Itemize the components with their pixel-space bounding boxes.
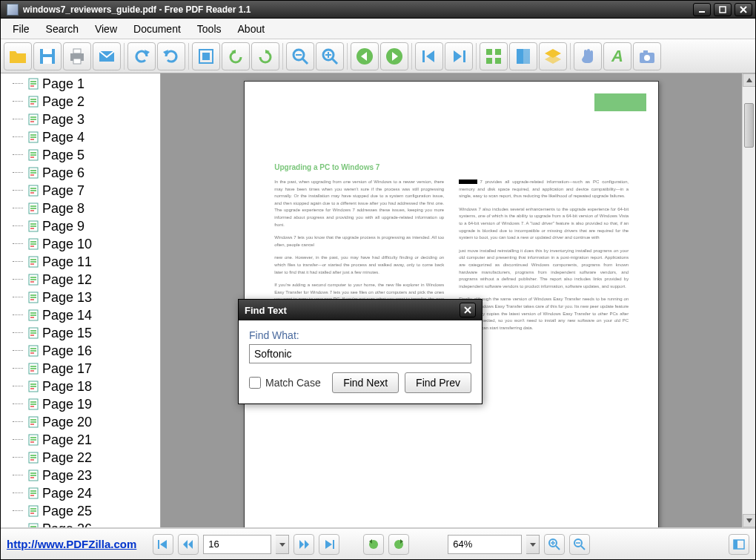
page-list-item[interactable]: Page 10 <box>1 235 160 253</box>
page-list-item[interactable]: Page 24 <box>1 484 160 502</box>
toggle-sidebar-button[interactable] <box>729 534 749 555</box>
page-list-item[interactable]: Page 4 <box>1 128 160 146</box>
page-list-item[interactable]: Page 7 <box>1 182 160 200</box>
page-list-item[interactable]: Page 13 <box>1 289 160 306</box>
vertical-scrollbar[interactable] <box>742 73 755 527</box>
last-button[interactable] <box>445 42 473 70</box>
next-page-button[interactable] <box>294 534 314 555</box>
page-list-item[interactable]: Page 18 <box>1 378 160 395</box>
zoom-in-button[interactable] <box>316 42 344 70</box>
page-list-item[interactable]: Page 5 <box>1 146 160 164</box>
page-number-input[interactable] <box>203 535 271 554</box>
page-list-item[interactable]: Page 14 <box>1 306 160 324</box>
fit-page-button[interactable] <box>192 42 220 70</box>
zoom-out-button[interactable] <box>286 42 314 70</box>
menu-file[interactable]: File <box>5 20 37 38</box>
menu-about[interactable]: About <box>231 20 273 38</box>
svg-rect-5 <box>43 49 52 54</box>
page-list-item[interactable]: Page 3 <box>1 111 160 128</box>
close-button[interactable] <box>735 3 752 16</box>
svg-rect-33 <box>495 58 501 64</box>
page-list-item[interactable]: Page 9 <box>1 217 160 235</box>
email-button[interactable] <box>93 42 121 70</box>
next-button[interactable] <box>380 42 408 70</box>
prev-page-button[interactable] <box>178 534 199 555</box>
undo-button[interactable] <box>127 42 156 70</box>
svg-rect-95 <box>30 312 36 314</box>
page-icon <box>27 398 39 410</box>
svg-rect-123 <box>30 437 36 438</box>
page-item-label: Page 26 <box>42 521 92 527</box>
svg-rect-83 <box>30 259 36 260</box>
page-list-item[interactable]: Page 15 <box>1 324 160 342</box>
layers-button[interactable] <box>539 42 567 70</box>
svg-rect-80 <box>30 243 36 245</box>
menu-tools[interactable]: Tools <box>190 20 229 38</box>
menu-view[interactable]: View <box>87 20 125 38</box>
page-list-item[interactable]: Page 25 <box>1 502 160 520</box>
page-list-item[interactable]: Page 2 <box>1 93 160 111</box>
first-icon <box>420 47 439 66</box>
page-sidebar[interactable]: Page 1Page 2Page 3Page 4Page 5Page 6Page… <box>1 73 161 527</box>
page-list-item[interactable]: Page 12 <box>1 271 160 289</box>
page-list-item[interactable]: Page 26 <box>1 520 160 527</box>
page-icon <box>27 309 39 321</box>
redo-button[interactable] <box>157 42 185 70</box>
page-list-item[interactable]: Page 20 <box>1 413 160 431</box>
page-list-item[interactable]: Page 16 <box>1 342 160 360</box>
last-page-button[interactable] <box>319 534 339 555</box>
svg-rect-107 <box>30 366 36 367</box>
page-list-item[interactable]: Page 19 <box>1 395 160 413</box>
dialog-titlebar[interactable]: Find Text <box>239 300 482 320</box>
menu-document[interactable]: Document <box>126 20 188 38</box>
page-list-item[interactable]: Page 22 <box>1 449 160 467</box>
rotate-cw-button[interactable] <box>388 534 409 555</box>
page-list-item[interactable]: Page 6 <box>1 164 160 182</box>
layers-icon <box>543 47 563 66</box>
svg-rect-119 <box>30 419 36 421</box>
menu-search[interactable]: Search <box>39 20 86 38</box>
text-select-button[interactable]: A <box>603 42 631 70</box>
last-icon <box>449 47 468 66</box>
vendor-link[interactable]: http://www.PDFZilla.com <box>7 538 136 550</box>
rotate-ccw-button[interactable] <box>363 534 384 555</box>
find-what-input[interactable] <box>249 344 471 363</box>
scroll-thumb[interactable] <box>744 103 754 148</box>
scroll-down-arrow-icon[interactable] <box>743 514 755 527</box>
maximize-button[interactable] <box>714 3 732 16</box>
match-case-checkbox-input[interactable] <box>249 377 261 389</box>
dialog-close-button[interactable] <box>460 303 476 317</box>
first-page-button[interactable] <box>153 534 173 555</box>
match-case-checkbox[interactable]: Match Case <box>249 377 321 389</box>
svg-rect-68 <box>30 190 36 191</box>
rotate-left-button[interactable] <box>222 42 250 70</box>
page-item-label: Page 19 <box>42 396 92 412</box>
prev-button[interactable] <box>351 42 379 70</box>
page-list-item[interactable]: Page 21 <box>1 431 160 449</box>
page-list-item[interactable]: Page 17 <box>1 360 160 378</box>
rotate-right-button[interactable] <box>251 42 279 70</box>
scroll-up-arrow-icon[interactable] <box>743 73 755 87</box>
zoom-out-button[interactable] <box>569 534 590 555</box>
save-button[interactable] <box>33 42 62 70</box>
bookmarks-button[interactable] <box>509 42 537 70</box>
page-list-item[interactable]: Page 8 <box>1 200 160 217</box>
zoom-dropdown-arrow-icon[interactable] <box>526 535 540 554</box>
svg-rect-49 <box>30 103 34 105</box>
page-list-item[interactable]: Page 11 <box>1 253 160 271</box>
page-list-item[interactable]: Page 1 <box>1 75 160 93</box>
zoom-input[interactable] <box>448 535 522 554</box>
page-list-item[interactable]: Page 23 <box>1 467 160 484</box>
page-dropdown-arrow-icon[interactable] <box>276 535 289 554</box>
minimize-button[interactable] <box>693 3 711 16</box>
snapshot-button[interactable] <box>633 42 661 70</box>
find-next-button[interactable]: Find Next <box>332 372 399 393</box>
page-item-label: Page 17 <box>42 360 92 377</box>
first-button[interactable] <box>415 42 443 70</box>
find-prev-button[interactable]: Find Prev <box>405 372 471 393</box>
zoom-in-button[interactable] <box>544 534 565 555</box>
print-button[interactable] <box>63 42 91 70</box>
thumbnails-button[interactable] <box>480 42 508 70</box>
open-button[interactable] <box>4 42 32 70</box>
hand-button[interactable] <box>574 42 602 70</box>
